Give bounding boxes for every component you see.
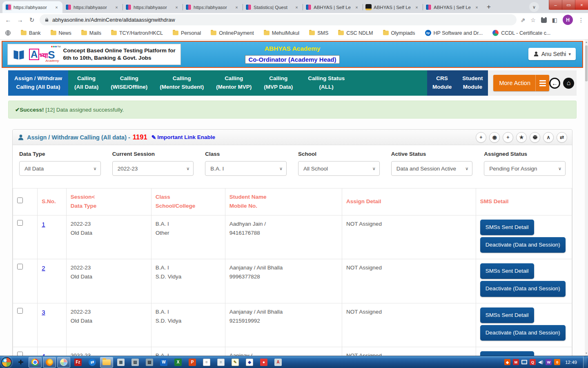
tab-close-icon[interactable]: × (474, 5, 480, 10)
apps-globe-icon[interactable] (5, 30, 11, 36)
taskbar-firefox[interactable] (43, 357, 56, 368)
profile-avatar[interactable]: H (563, 15, 573, 25)
taskbar-ink[interactable]: ◆ (243, 357, 256, 368)
add2-tool-icon[interactable]: + (503, 132, 513, 143)
taskbar-gray-app[interactable]: A (272, 357, 285, 368)
back-circle-icon[interactable]: ← (549, 78, 560, 89)
bookmark-bank[interactable]: Bank (21, 30, 41, 36)
sno-link[interactable]: 4 (42, 352, 45, 356)
deactivate-button[interactable]: Deactivate (Data and Session) (480, 325, 566, 341)
url-input[interactable]: abhyasonline.in/AdminCentre/alldataassig… (40, 14, 517, 25)
maximize-button[interactable]: ▭ (562, 0, 575, 10)
minimize-button[interactable]: – (549, 0, 562, 10)
browser-tab-6[interactable]: ABHYAS | Self Le × (303, 1, 363, 13)
scroll-down-icon[interactable]: ▼ (585, 351, 588, 356)
bookmark-mails[interactable]: Mails (81, 30, 101, 36)
taskbar-paint[interactable] (57, 357, 70, 368)
taskbar-explorer[interactable] (100, 357, 113, 368)
taskbar-pages[interactable]: ≡ (214, 357, 227, 368)
sms-sent-detail-button[interactable]: SMSs Sent Detail (480, 351, 534, 356)
extensions-icon[interactable] (541, 17, 547, 23)
class-select[interactable]: B.A. I∨ (205, 161, 287, 176)
tab-close-icon[interactable]: × (414, 5, 420, 10)
tray-journal-icon[interactable]: W (546, 359, 552, 365)
sms-sent-detail-button[interactable]: SMSs Sent Detail (480, 220, 534, 235)
bookmark-onlinepayment[interactable]: OnlinePayment (211, 30, 254, 36)
tray-network-icon[interactable] (521, 360, 527, 364)
taskbar-word[interactable]: W (157, 357, 170, 368)
tab-close-icon[interactable]: × (114, 5, 120, 10)
taskbar-filezilla[interactable]: Fz (71, 357, 85, 368)
menu-kebab-icon[interactable]: ⋮ (578, 17, 584, 23)
more-action-button[interactable]: More Action (493, 75, 549, 91)
bookmark-personal[interactable]: Personal (173, 30, 201, 36)
taskbar-scanner[interactable]: ▤ (143, 357, 156, 368)
taskbar-chrome[interactable] (29, 357, 42, 368)
add-tool-icon[interactable]: + (476, 132, 486, 143)
nav-calling-status-all[interactable]: Calling Status(ALL) (299, 70, 354, 96)
side-panel-icon[interactable]: ◧ (552, 17, 557, 23)
taskbar-excel[interactable]: X (172, 357, 185, 368)
school-select[interactable]: All School∨ (298, 161, 380, 176)
browser-tab-1[interactable]: https://abhyasor × (2, 1, 62, 13)
tab-close-icon[interactable]: × (354, 5, 360, 10)
bookmark-mehulmukul[interactable]: MehulMukul (264, 30, 299, 36)
home-circle-icon[interactable]: ⌂ (563, 78, 574, 89)
site-logo-box[interactable]: A भ्या S Academy TM Concept Based Online… (7, 44, 181, 65)
sms-sent-detail-button[interactable]: SMSs Sent Detail (480, 263, 534, 279)
bookmark-csc-ndlm[interactable]: CSC NDLM (338, 30, 373, 36)
taskbar-teamviewer[interactable]: ⇄ (86, 357, 99, 368)
row-checkbox[interactable] (17, 264, 23, 269)
view-tool-icon[interactable]: ◉ (489, 132, 500, 143)
taskbar-fax[interactable]: ▤ (129, 357, 142, 368)
row-checkbox[interactable] (17, 220, 23, 226)
tray-zero-icon[interactable]: 0 (554, 359, 560, 365)
tab-close-icon[interactable]: × (294, 5, 300, 10)
reload-icon[interactable]: ↻ (28, 16, 36, 24)
bookmark-sms[interactable]: SMS (309, 30, 328, 36)
sno-link[interactable]: 2 (42, 265, 45, 272)
star-tool-icon[interactable]: ★ (516, 132, 527, 143)
browser-tab-2[interactable]: https://abhyasor × (62, 1, 122, 13)
bookmark-hp[interactable]: hpHP Software and Dr... (425, 30, 483, 36)
browser-tab-4[interactable]: https://abhyasor × (183, 1, 243, 13)
nav-calling-all-data[interactable]: Calling(All Data) (68, 70, 105, 96)
browser-tab-3[interactable]: https://abhyasor × (122, 1, 183, 13)
nav-assign-withdraw-calling[interactable]: Assign / WithdrawCalling (All Data) (8, 70, 68, 96)
tab-close-icon[interactable]: × (53, 5, 60, 10)
tray-volume-icon[interactable]: ◀) (538, 359, 543, 365)
taskbar-calculator[interactable]: ▦ (114, 357, 127, 368)
tray-openoffice-icon[interactable]: ◆ (504, 359, 510, 365)
bookmark-ccdl[interactable]: CCDL - Certificate c... (492, 30, 550, 36)
current-session-select[interactable]: 2022-23∨ (112, 161, 194, 176)
nav-student-module[interactable]: StudentModule (457, 70, 488, 96)
show-desktop-button[interactable] (583, 356, 587, 368)
deactivate-button[interactable]: Deactivate (Data and Session) (480, 237, 566, 253)
bookmark-olympiads[interactable]: Olympiads (383, 30, 415, 36)
browser-tab-5[interactable]: Statistics| Quest × (243, 1, 303, 13)
scrollbar-thumb[interactable] (585, 45, 588, 81)
new-tab-button[interactable]: + (483, 2, 494, 12)
active-status-select[interactable]: Data and Session Active∨ (391, 161, 473, 176)
row-checkbox[interactable] (17, 352, 23, 356)
taskbar-powerpoint[interactable]: P (186, 357, 199, 368)
back-icon[interactable]: ← (4, 16, 12, 23)
print-tool-icon[interactable] (530, 132, 540, 143)
move-tool-icon[interactable]: ✛ (14, 357, 27, 368)
sno-link[interactable]: 3 (42, 309, 45, 316)
tab-close-icon[interactable]: × (174, 5, 180, 10)
user-menu-button[interactable]: Anu Sethi ▾ (528, 48, 576, 60)
collapse-tool-icon[interactable]: ∧ (543, 132, 554, 143)
close-button[interactable]: × (575, 0, 588, 10)
important-link-enable[interactable]: Important Link Enable (157, 134, 215, 140)
select-all-checkbox[interactable] (17, 197, 23, 203)
taskbar-red-app[interactable]: ● (257, 357, 270, 368)
taskbar-notes[interactable]: ✎ (229, 357, 242, 368)
data-type-select[interactable]: All Data∨ (19, 161, 101, 176)
taskbar-notepad[interactable]: ≡ (200, 357, 213, 368)
bookmark-star-icon[interactable]: ☆ (530, 17, 536, 23)
sno-link[interactable]: 1 (42, 221, 45, 228)
tab-close-icon[interactable]: × (234, 5, 240, 10)
sms-sent-detail-button[interactable]: SMSs Sent Detail (480, 307, 534, 323)
scroll-up-icon[interactable]: ▲ (585, 40, 588, 45)
